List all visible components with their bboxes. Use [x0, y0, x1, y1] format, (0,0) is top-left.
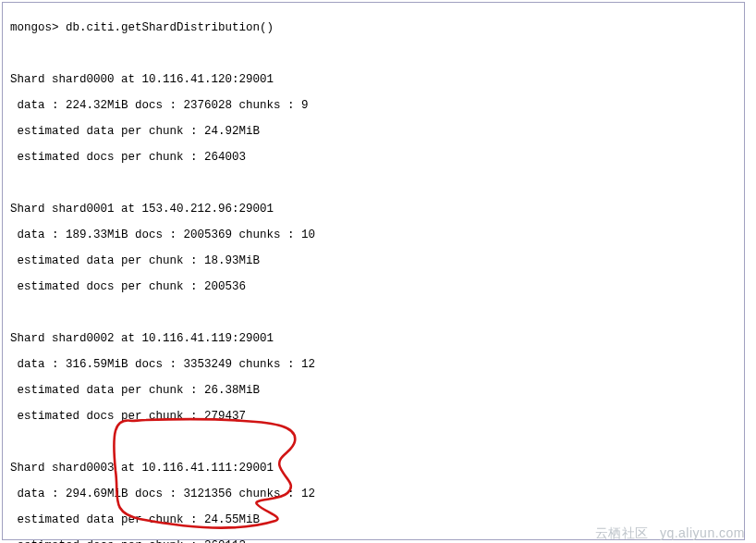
shard0-edpc: estimated data per chunk : 24.92MiB — [10, 125, 737, 138]
shard1-data: data : 189.33MiB docs : 2005369 chunks :… — [10, 228, 737, 241]
shard2-data: data : 316.59MiB docs : 3353249 chunks :… — [10, 358, 737, 371]
shard2-header: Shard shard0002 at 10.116.41.119:29001 — [10, 332, 737, 345]
shard2-eopc: estimated docs per chunk : 279437 — [10, 410, 737, 423]
shard3-edpc: estimated data per chunk : 24.55MiB — [10, 513, 737, 526]
watermark-url: yq.aliyun.com — [660, 525, 745, 540]
shard2-edpc: estimated data per chunk : 26.38MiB — [10, 384, 737, 397]
shard0-data: data : 224.32MiB docs : 2376028 chunks :… — [10, 99, 737, 112]
watermark: 云栖社区 yq.aliyun.com — [595, 526, 745, 539]
shard1-eopc: estimated docs per chunk : 200536 — [10, 280, 737, 293]
blank-line — [10, 436, 737, 449]
prompt-line: mongos> db.citi.getShardDistribution() — [10, 21, 737, 34]
shard0-header: Shard shard0000 at 10.116.41.120:29001 — [10, 73, 737, 86]
blank-line — [10, 306, 737, 319]
watermark-cn: 云栖社区 — [595, 525, 649, 540]
shard1-header: Shard shard0001 at 153.40.212.96:29001 — [10, 203, 737, 216]
terminal-window: mongos> db.citi.getShardDistribution() S… — [2, 2, 745, 540]
shard0-eopc: estimated docs per chunk : 264003 — [10, 151, 737, 164]
shard1-edpc: estimated data per chunk : 18.93MiB — [10, 254, 737, 267]
shard3-header: Shard shard0003 at 10.116.41.111:29001 — [10, 462, 737, 475]
terminal-output: mongos> db.citi.getShardDistribution() S… — [10, 8, 737, 543]
shard3-data: data : 294.69MiB docs : 3121356 chunks :… — [10, 487, 737, 500]
blank-line — [10, 47, 737, 60]
blank-line — [10, 177, 737, 190]
